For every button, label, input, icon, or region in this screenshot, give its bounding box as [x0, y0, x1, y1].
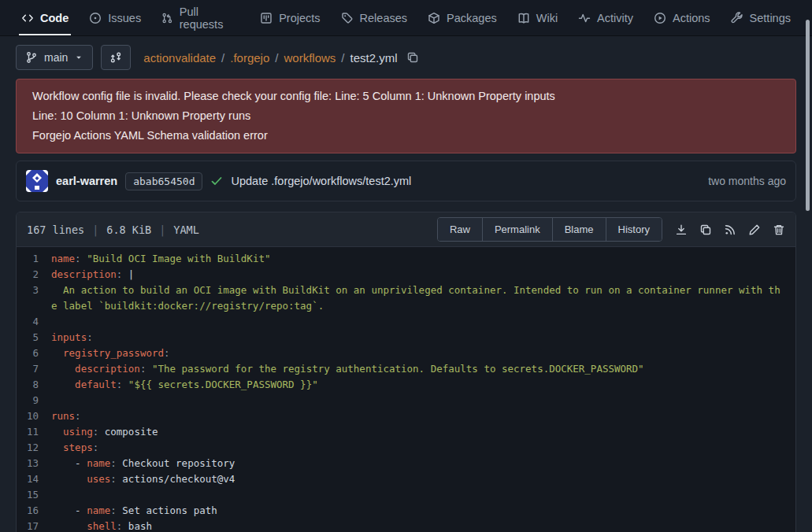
file-info-divider: |	[159, 224, 165, 236]
line-number[interactable]: 15	[17, 487, 51, 503]
branch-selector-button[interactable]: main	[16, 45, 93, 70]
line-number[interactable]: 7	[17, 361, 51, 377]
breadcrumb-separator: /	[221, 51, 224, 65]
file-info-divider: |	[92, 224, 98, 236]
breadcrumb-separator: /	[275, 51, 278, 65]
error-line: Line: 10 Column 1: Unknown Property runs	[32, 106, 780, 126]
line-content: steps:	[51, 440, 795, 456]
tab-code-label: Code	[40, 12, 69, 24]
code-line: 3 An action to build an OCI image with B…	[17, 283, 795, 314]
commit-message[interactable]: Update .forgejo/workflows/test2.yml	[231, 175, 411, 187]
tab-issues[interactable]: Issues	[79, 0, 151, 35]
file-language: YAML	[173, 224, 199, 236]
breadcrumb-separator: /	[341, 51, 344, 65]
code-line: 15	[17, 487, 795, 503]
avatar[interactable]	[26, 170, 48, 192]
code-line: 17 shell: bash	[17, 519, 795, 532]
repo-file-page: main actionvalidate / .forgejo / workflo…	[0, 45, 812, 532]
file-size: 6.8 KiB	[106, 224, 151, 236]
line-number[interactable]: 2	[17, 267, 51, 283]
code-line: 14 uses: actions/checkout@v4	[17, 471, 795, 487]
tab-issues-label: Issues	[108, 12, 141, 24]
file-toolbar: main actionvalidate / .forgejo / workflo…	[16, 45, 796, 70]
edit-file-button[interactable]	[748, 224, 761, 236]
line-number[interactable]: 14	[17, 471, 51, 487]
copy-icon	[406, 51, 419, 64]
line-number[interactable]: 11	[17, 424, 51, 440]
pulse-icon	[578, 12, 591, 24]
line-content: - name: Set actions path	[51, 503, 795, 519]
rss-feed-button[interactable]	[724, 224, 736, 236]
breadcrumb-dir-forgejo-link[interactable]: .forgejo	[230, 51, 269, 65]
commit-hash-link[interactable]: abab65450d	[125, 172, 202, 190]
line-number[interactable]: 1	[17, 251, 51, 267]
commit-author[interactable]: earl-warren	[56, 175, 117, 187]
pull-request-icon	[161, 12, 173, 24]
code-line: 8 default: "${{ secrets.DOCKER_PASSWORD …	[17, 377, 795, 393]
raw-button[interactable]: Raw	[438, 218, 482, 241]
file-info: 167 lines | 6.8 KiB | YAML	[27, 224, 199, 236]
download-button[interactable]	[675, 224, 688, 236]
line-content: - name: Checkout repository	[51, 456, 795, 471]
compare-branches-button[interactable]	[101, 45, 131, 70]
git-branch-icon	[25, 51, 38, 64]
line-content	[51, 314, 795, 330]
line-number[interactable]: 6	[17, 345, 51, 361]
line-content: description: "The password for the regis…	[51, 361, 795, 377]
line-content: shell: bash	[51, 519, 795, 532]
page-scrollbar-thumb[interactable]	[806, 20, 810, 211]
copy-icon	[699, 224, 712, 236]
tab-projects[interactable]: Projects	[250, 0, 330, 35]
file-view-box: 167 lines | 6.8 KiB | YAML Raw Permalink…	[16, 212, 796, 532]
tab-packages[interactable]: Packages	[417, 0, 507, 35]
line-number[interactable]: 13	[17, 456, 51, 471]
line-number[interactable]: 3	[17, 283, 51, 314]
breadcrumb-repo-link[interactable]: actionvalidate	[143, 51, 216, 65]
tab-actions[interactable]: Actions	[643, 0, 721, 35]
line-number[interactable]: 17	[17, 519, 51, 532]
tab-activity-label: Activity	[597, 12, 633, 24]
blame-button[interactable]: Blame	[552, 218, 606, 241]
breadcrumb-current-file: test2.yml	[350, 51, 398, 65]
line-number[interactable]: 8	[17, 377, 51, 393]
breadcrumb-dir-workflows-link[interactable]: workflows	[284, 51, 336, 65]
line-content: default: "${{ secrets.DOCKER_PASSWORD }}…	[51, 377, 795, 393]
line-number[interactable]: 4	[17, 314, 51, 330]
wrench-icon	[731, 12, 743, 24]
git-compare-icon	[109, 51, 122, 64]
tab-releases-label: Releases	[360, 12, 407, 24]
copy-path-button[interactable]	[406, 51, 419, 64]
commit-status-check-icon[interactable]	[210, 175, 223, 187]
tab-activity[interactable]: Activity	[568, 0, 643, 35]
breadcrumb: actionvalidate / .forgejo / workflows / …	[143, 51, 418, 65]
tab-wiki[interactable]: Wiki	[507, 0, 568, 35]
permalink-button[interactable]: Permalink	[482, 218, 552, 241]
line-number[interactable]: 5	[17, 330, 51, 345]
line-content: description: |	[51, 267, 795, 283]
delete-file-button[interactable]	[773, 224, 785, 236]
code-line: 11 using: composite	[17, 424, 795, 440]
code-line: 5inputs:	[17, 330, 795, 345]
copy-content-button[interactable]	[699, 224, 712, 236]
tab-releases[interactable]: Releases	[331, 0, 417, 35]
line-content: inputs:	[51, 330, 795, 345]
commit-time: two months ago	[708, 175, 786, 187]
line-number[interactable]: 9	[17, 393, 51, 408]
tab-settings[interactable]: Settings	[721, 0, 801, 35]
trash-icon	[773, 224, 785, 236]
code-lines: 1name: "Build OCI Image with BuildKit"2d…	[17, 247, 795, 532]
tab-wiki-label: Wiki	[536, 12, 558, 24]
error-line: Workflow config file is invalid. Please …	[32, 87, 780, 106]
line-number[interactable]: 12	[17, 440, 51, 456]
project-board-icon	[260, 12, 273, 24]
tab-code[interactable]: Code	[11, 0, 79, 35]
code-icon	[21, 12, 34, 24]
tab-pull-requests[interactable]: Pull requests	[151, 0, 250, 35]
error-line: Forgejo Actions YAML Schema validation e…	[32, 126, 780, 146]
line-number[interactable]: 16	[17, 503, 51, 519]
line-number[interactable]: 10	[17, 408, 51, 424]
code-line: 16 - name: Set actions path	[17, 503, 795, 519]
tag-icon	[341, 12, 354, 24]
history-button[interactable]: History	[606, 218, 662, 241]
identicon-image	[26, 170, 48, 192]
